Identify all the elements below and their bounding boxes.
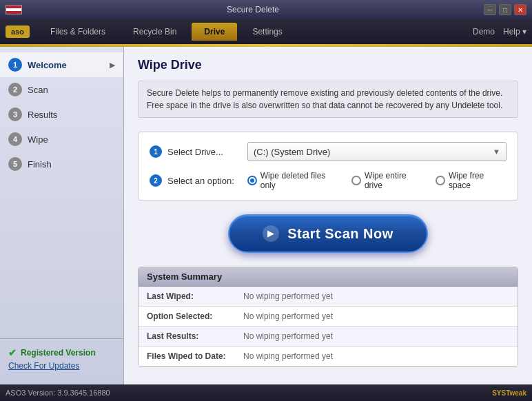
radio-free-space[interactable]: Wipe free space bbox=[436, 171, 507, 190]
step-num-1: 1 bbox=[8, 58, 22, 72]
sidebar-item-finish[interactable]: 5 Finish bbox=[0, 152, 123, 176]
window-controls: ─ □ ✕ bbox=[484, 4, 526, 15]
form-num-2: 2 bbox=[150, 174, 162, 187]
summary-key-3: Files Wiped to Date: bbox=[147, 351, 243, 361]
summary-row-0: Last Wiped: No wiping performed yet bbox=[139, 287, 518, 307]
sidebar-label-scan: Scan bbox=[28, 85, 48, 95]
main-layout: 1 Welcome ▶ 2 Scan 3 Results 4 Wipe 5 Fi… bbox=[0, 47, 532, 384]
radio-label-deleted: Wipe deleted files only bbox=[260, 171, 341, 190]
start-scan-button[interactable]: ▶ Start Scan Now bbox=[228, 214, 428, 253]
summary-val-1: No wiping performed yet bbox=[243, 311, 333, 321]
demo-link[interactable]: Demo bbox=[473, 27, 495, 37]
tab-recycle[interactable]: Recycle Bin bbox=[121, 23, 189, 41]
step-num-4: 4 bbox=[8, 132, 22, 146]
radio-label-entire: Wipe entire drive bbox=[365, 171, 424, 190]
drive-select-value: (C:) (System Drive) bbox=[254, 147, 330, 157]
select-drive-row: 1 Select Drive... (C:) (System Drive) ▼ bbox=[150, 142, 507, 161]
form-section: 1 Select Drive... (C:) (System Drive) ▼ … bbox=[138, 132, 518, 200]
sidebar-item-results[interactable]: 3 Results bbox=[0, 102, 123, 127]
radio-circle-free bbox=[436, 176, 445, 185]
registered-status: ✔ Registered Version bbox=[8, 347, 115, 358]
summary-header: System Summary bbox=[139, 267, 518, 287]
summary-val-0: No wiping performed yet bbox=[243, 291, 333, 301]
app-title: Secure Delete bbox=[22, 5, 484, 14]
summary-row-2: Last Results: No wiping performed yet bbox=[139, 327, 518, 347]
sidebar-label-wipe: Wipe bbox=[28, 134, 48, 145]
radio-group: Wipe deleted files only Wipe entire driv… bbox=[247, 171, 507, 190]
sidebar-arrow-welcome: ▶ bbox=[110, 61, 115, 69]
radio-circle-entire bbox=[351, 176, 361, 185]
branding-text: SYSTweak bbox=[492, 389, 526, 397]
start-btn-container: ▶ Start Scan Now bbox=[138, 214, 518, 253]
play-icon: ▶ bbox=[263, 225, 279, 242]
close-button[interactable]: ✕ bbox=[514, 4, 526, 15]
summary-val-3: No wiping performed yet bbox=[243, 351, 333, 361]
radio-circle-deleted bbox=[247, 176, 257, 185]
logo: aso bbox=[6, 25, 30, 38]
drive-select-dropdown[interactable]: (C:) (System Drive) ▼ bbox=[247, 142, 507, 161]
sidebar-bottom: ✔ Registered Version Check For Updates bbox=[0, 338, 123, 379]
sidebar: 1 Welcome ▶ 2 Scan 3 Results 4 Wipe 5 Fi… bbox=[0, 47, 124, 384]
sidebar-item-scan[interactable]: 2 Scan bbox=[0, 77, 123, 102]
select-drive-label: 1 Select Drive... bbox=[150, 145, 239, 158]
sidebar-label-finish: Finish bbox=[28, 159, 52, 169]
summary-key-1: Option Selected: bbox=[147, 311, 243, 321]
select-option-label: 2 Select an option: bbox=[150, 174, 239, 187]
system-summary-table: System Summary Last Wiped: No wiping per… bbox=[138, 267, 518, 367]
step-num-5: 5 bbox=[8, 157, 22, 171]
check-updates-link[interactable]: Check For Updates bbox=[8, 361, 115, 371]
sidebar-item-wipe[interactable]: 4 Wipe bbox=[0, 127, 123, 152]
page-title: Wipe Drive bbox=[138, 58, 518, 72]
version-text: ASO3 Version: 3.9.3645.16880 bbox=[6, 389, 110, 397]
maximize-button[interactable]: □ bbox=[499, 4, 511, 15]
tab-settings[interactable]: Settings bbox=[240, 23, 294, 41]
help-link[interactable]: Help ▾ bbox=[503, 27, 526, 37]
step-num-3: 3 bbox=[8, 107, 22, 121]
radio-deleted-files[interactable]: Wipe deleted files only bbox=[247, 171, 340, 190]
flag-icon bbox=[6, 5, 22, 14]
sidebar-item-welcome[interactable]: 1 Welcome ▶ bbox=[0, 52, 123, 77]
form-num-1: 1 bbox=[150, 145, 162, 158]
tab-files[interactable]: Files & Folders bbox=[38, 23, 118, 41]
summary-val-2: No wiping performed yet bbox=[243, 331, 333, 341]
registered-label: Registered Version bbox=[21, 348, 96, 358]
status-bar: ASO3 Version: 3.9.3645.16880 SYSTweak bbox=[0, 384, 532, 401]
content-area: Wipe Drive Secure Delete helps to perman… bbox=[124, 47, 532, 384]
description-text: Secure Delete helps to permanently remov… bbox=[138, 81, 518, 118]
menu-right: Demo Help ▾ bbox=[473, 27, 526, 37]
summary-key-0: Last Wiped: bbox=[147, 291, 243, 301]
sidebar-label-welcome: Welcome bbox=[28, 60, 67, 70]
start-scan-label: Start Scan Now bbox=[287, 226, 393, 242]
menu-bar: aso Files & Folders Recycle Bin Drive Se… bbox=[0, 19, 532, 44]
title-bar-left bbox=[6, 5, 22, 14]
title-bar: Secure Delete ─ □ ✕ bbox=[0, 0, 532, 19]
step-num-2: 2 bbox=[8, 83, 22, 96]
summary-row-3: Files Wiped to Date: No wiping performed… bbox=[139, 347, 518, 366]
radio-entire-drive[interactable]: Wipe entire drive bbox=[351, 171, 424, 190]
radio-label-free: Wipe free space bbox=[449, 171, 507, 190]
minimize-button[interactable]: ─ bbox=[484, 4, 496, 15]
select-option-row: 2 Select an option: Wipe deleted files o… bbox=[150, 171, 507, 190]
check-icon: ✔ bbox=[8, 347, 17, 358]
summary-row-1: Option Selected: No wiping performed yet bbox=[139, 307, 518, 327]
sidebar-label-results: Results bbox=[28, 110, 57, 120]
summary-key-2: Last Results: bbox=[147, 331, 243, 341]
tab-drive[interactable]: Drive bbox=[192, 23, 237, 41]
radio-dot-deleted bbox=[250, 178, 254, 183]
chevron-down-icon: ▼ bbox=[493, 147, 500, 156]
